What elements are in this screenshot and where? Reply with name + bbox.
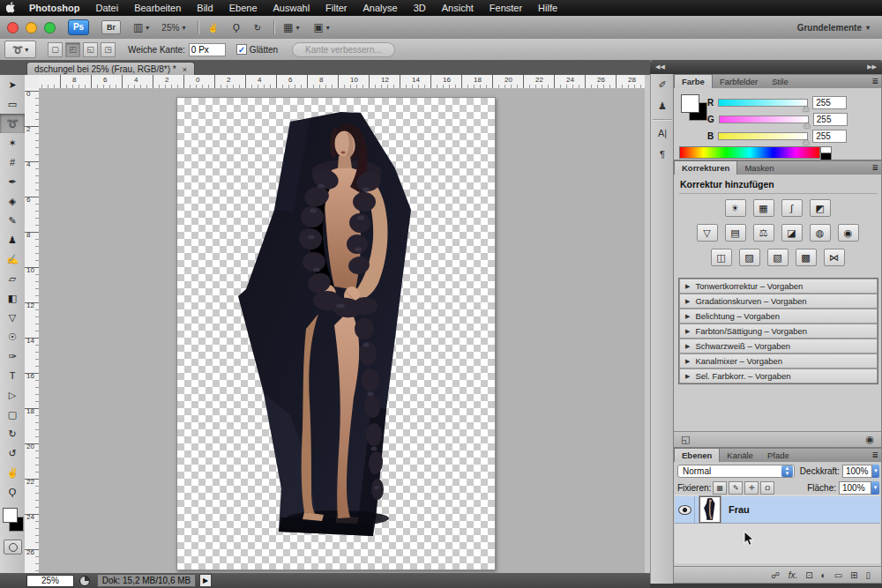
layer-row-frau[interactable]: Frau bbox=[675, 496, 880, 524]
eyedropper-tool[interactable]: ✒ bbox=[0, 172, 25, 191]
selective-color-icon[interactable]: ⋈ bbox=[824, 249, 845, 266]
new-layer-icon[interactable]: ⊞ bbox=[850, 570, 857, 580]
subtract-selection-button[interactable]: ◱ bbox=[83, 42, 98, 57]
preset-schwarzweiß[interactable]: ▶Schwarzweiß – Vorgaben bbox=[679, 339, 878, 354]
layer-style-icon[interactable]: fx. bbox=[789, 570, 798, 580]
clone-stamp-tool[interactable]: ♟ bbox=[0, 230, 25, 249]
gradient-map-icon[interactable]: ▩ bbox=[796, 249, 817, 266]
new-selection-button[interactable]: ▢ bbox=[48, 42, 63, 57]
menu-hilfe[interactable]: Hilfe bbox=[530, 0, 565, 16]
status-options-arrow[interactable]: ▶ bbox=[199, 574, 212, 587]
zoom-tool[interactable]: Ϙ bbox=[0, 482, 25, 502]
preset-gradationskurven[interactable]: ▶Gradationskurven – Vorgaben bbox=[679, 294, 878, 309]
panel-foreground-swatch[interactable] bbox=[681, 94, 699, 113]
delete-layer-icon[interactable]: ▯ bbox=[865, 570, 871, 580]
feather-input[interactable] bbox=[189, 43, 226, 56]
vibrance-icon[interactable]: ▽ bbox=[697, 224, 718, 242]
window-close-button[interactable] bbox=[7, 22, 19, 33]
workspace-switcher[interactable]: Grundelemente ▾ bbox=[797, 23, 870, 33]
menu-photoshop[interactable]: Photoshop bbox=[21, 0, 87, 16]
menu-3d[interactable]: 3D bbox=[406, 0, 434, 16]
canvas-area[interactable] bbox=[39, 88, 645, 573]
photo-filter-icon[interactable]: ◍ bbox=[810, 224, 831, 242]
curves-icon[interactable]: ∫ bbox=[781, 199, 803, 217]
adjustment-layer-icon[interactable]: ◐ bbox=[821, 570, 826, 580]
status-zoom-field[interactable]: 25% bbox=[26, 575, 74, 587]
panel-menu-icon[interactable]: ≣ bbox=[871, 77, 878, 86]
color-balance-icon[interactable]: ⚖ bbox=[753, 224, 774, 242]
healing-brush-tool[interactable]: ◈ bbox=[0, 191, 25, 211]
channel-slider-g[interactable] bbox=[719, 115, 809, 123]
dodge-tool[interactable]: ☉ bbox=[0, 327, 25, 346]
visibility-well[interactable] bbox=[675, 496, 695, 523]
channel-value-g[interactable]: 255 bbox=[813, 113, 848, 126]
hue-saturation-icon[interactable]: ▤ bbox=[725, 224, 746, 242]
crop-tool[interactable]: # bbox=[0, 153, 25, 172]
rotate-view-icon[interactable]: ↻ bbox=[254, 23, 261, 33]
brightness-contrast-icon[interactable]: ☀ bbox=[725, 199, 746, 217]
panel-menu-icon[interactable]: ≣ bbox=[871, 450, 878, 459]
lock-all-icon[interactable]: Ω bbox=[760, 481, 774, 495]
expanded-view-icon[interactable]: ◱ bbox=[681, 434, 690, 445]
gradient-tool[interactable]: ◧ bbox=[0, 288, 25, 308]
add-selection-button[interactable]: ◰ bbox=[65, 42, 80, 57]
antialias-checkbox[interactable]: ✓ bbox=[236, 44, 247, 55]
fill-dropdown-icon[interactable]: ▼ bbox=[871, 481, 879, 495]
collapse-panels-icon[interactable]: ◀◀ bbox=[655, 63, 665, 71]
close-icon[interactable]: × bbox=[183, 65, 187, 74]
preset-farbton/sättigung[interactable]: ▶Farbton/Sättigung – Vorgaben bbox=[679, 324, 878, 339]
quick-mask-button[interactable] bbox=[4, 540, 22, 555]
color-tab-stile[interactable]: Stile bbox=[765, 75, 795, 88]
foreground-color-swatch[interactable] bbox=[3, 508, 18, 523]
window-zoom-button[interactable] bbox=[44, 22, 56, 33]
rotate-3d-tool[interactable]: ↻ bbox=[0, 424, 25, 443]
adjustments-tab-korrekturen[interactable]: Korrekturen bbox=[674, 160, 737, 175]
document-tab[interactable]: dschungel bei 25% (Frau, RGB/8*) * × bbox=[26, 62, 195, 76]
adjustments-tab-masken[interactable]: Masken bbox=[737, 161, 781, 175]
posterize-icon[interactable]: ▨ bbox=[739, 249, 760, 266]
channel-value-r[interactable]: 255 bbox=[812, 96, 847, 109]
pen-tool[interactable]: ✑ bbox=[0, 346, 25, 366]
path-selection-tool[interactable]: ▷ bbox=[0, 385, 25, 405]
menu-filter[interactable]: Filter bbox=[318, 0, 355, 16]
brush-tool[interactable]: ✎ bbox=[0, 211, 25, 230]
slider-thumb-icon[interactable] bbox=[803, 139, 810, 145]
preset-tonwertkorrektur[interactable]: ▶Tonwertkorrektur – Vorgaben bbox=[679, 279, 878, 294]
bridge-button[interactable]: Br bbox=[101, 20, 121, 34]
brushes-panel-icon[interactable]: ✐ bbox=[651, 74, 674, 95]
clone-source-panel-icon[interactable]: ♟ bbox=[651, 95, 674, 116]
lock-position-icon[interactable]: ✛ bbox=[744, 481, 759, 495]
panel-menu-icon[interactable]: ≣ bbox=[871, 163, 878, 172]
lock-transparency-icon[interactable]: ▦ bbox=[713, 481, 727, 495]
tool-preset-picker[interactable]: ➰ ▾ bbox=[4, 41, 36, 58]
invert-icon[interactable]: ◫ bbox=[711, 249, 732, 266]
window-minimize-button[interactable] bbox=[26, 22, 37, 33]
menu-bearbeiten[interactable]: Bearbeiten bbox=[126, 0, 189, 16]
menu-fenster[interactable]: Fenster bbox=[482, 0, 530, 16]
lasso-tool[interactable]: ➰ bbox=[0, 114, 25, 133]
lock-pixels-icon[interactable]: ✎ bbox=[729, 481, 743, 495]
preset-belichtung[interactable]: ▶Belichtung – Vorgaben bbox=[679, 309, 878, 324]
layers-tab-ebenen[interactable]: Ebenen bbox=[674, 448, 720, 462]
apple-icon[interactable] bbox=[0, 2, 21, 15]
expand-panels-icon[interactable]: ▶▶ bbox=[867, 63, 877, 71]
menu-datei[interactable]: Datei bbox=[87, 0, 126, 16]
character-panel-icon[interactable]: A| bbox=[651, 123, 674, 144]
preset-kanalmixer[interactable]: ▶Kanalmixer – Vorgaben bbox=[679, 354, 878, 368]
menu-ansicht[interactable]: Ansicht bbox=[434, 0, 482, 16]
zoom-icon[interactable]: Ϙ bbox=[233, 23, 240, 33]
type-tool[interactable]: T bbox=[0, 366, 25, 385]
zoom-level-dropdown[interactable]: 25% ▾ bbox=[161, 23, 185, 33]
layers-tab-kanäle[interactable]: Kanäle bbox=[720, 449, 760, 462]
preset-sel.[interactable]: ▶Sel. Farbkorr. – Vorgaben bbox=[679, 368, 878, 383]
channel-value-b[interactable]: 255 bbox=[812, 130, 847, 143]
color-tab-farbfelder[interactable]: Farbfelder bbox=[713, 75, 765, 88]
marquee-tool[interactable]: ▭ bbox=[0, 94, 25, 114]
arrange-documents-button[interactable]: ▦▾ bbox=[283, 21, 299, 33]
channel-slider-r[interactable] bbox=[718, 99, 808, 107]
spectrum-black-swatch[interactable] bbox=[820, 153, 832, 160]
view-extras-button[interactable]: ▥ ▾ bbox=[133, 21, 149, 33]
intersect-selection-button[interactable]: ◳ bbox=[101, 42, 116, 57]
menu-bild[interactable]: Bild bbox=[189, 0, 220, 16]
clip-to-layer-icon[interactable]: ◉ bbox=[865, 434, 874, 445]
